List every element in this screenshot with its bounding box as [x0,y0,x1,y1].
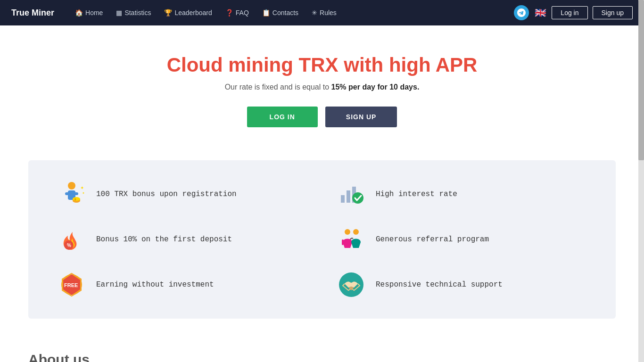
svg-text:FREE: FREE [64,282,78,288]
svg-point-18 [353,229,359,235]
nav-right: 🇬🇧 Log in Sign up [514,5,633,20]
hero-title-prefix: Cloud mining [167,54,299,76]
bonus-registration-icon: $ ✦ ✦ [57,179,87,209]
about-section: About us We are mining such a popular cr… [0,333,644,362]
nav-contacts[interactable]: 📋 Contacts [256,6,304,19]
nav-home[interactable]: 🏠 Home [69,6,108,19]
nav-statistics[interactable]: ▦ Statistics [110,6,157,19]
svg-rect-10 [341,195,345,203]
hero-signup-button[interactable]: SIGN UP [325,107,397,127]
hero-subtitle-prefix: Our rate is fixed and is equal to [225,83,331,91]
home-icon: 🏠 [75,9,83,16]
tech-support-text: Responsive technical support [376,280,503,289]
svg-text:✦: ✦ [80,185,84,190]
statistics-icon: ▦ [116,9,122,16]
features-grid: $ ✦ ✦ 100 TRX bonus upon registration [57,179,587,300]
scrollbar-track[interactable] [638,0,644,362]
referral-icon [336,224,366,255]
feature-high-interest: High interest rate [336,179,587,209]
login-button[interactable]: Log in [552,6,587,19]
earning-free-icon: FREE [57,270,87,300]
hero-title-highlight: TRX [299,54,339,76]
hero-subtitle-bold: 15% per day for 10 days. [331,83,420,91]
leaderboard-icon: 🏆 [164,9,172,16]
svg-rect-17 [342,239,344,245]
hero-title-suffix: with high APR [339,54,478,76]
nav-links: 🏠 Home ▦ Statistics 🏆 Leaderboard ❓ FAQ … [69,6,514,19]
brand-logo: True Miner [11,8,54,18]
feature-bonus-registration: $ ✦ ✦ 100 TRX bonus upon registration [57,179,308,209]
rules-icon: ✳ [312,9,317,16]
features-section: $ ✦ ✦ 100 TRX bonus upon registration [28,160,616,319]
bonus-deposit-text: Bonus 10% on the first deposit [96,235,232,244]
hero-buttons: LOG IN SIGN UP [9,107,635,127]
svg-point-0 [68,182,75,189]
telegram-button[interactable] [514,5,529,20]
svg-rect-2 [65,192,70,195]
svg-point-6 [73,197,80,201]
nav-faq[interactable]: ❓ FAQ [220,6,255,19]
svg-rect-3 [74,192,78,195]
bonus-registration-text: 100 TRX bonus upon registration [96,190,237,198]
feature-tech-support: Responsive technical support [336,270,587,300]
high-interest-text: High interest rate [376,190,457,198]
earning-free-text: Earning without investment [96,280,214,289]
hero-subtitle: Our rate is fixed and is equal to 15% pe… [9,83,635,91]
hero-login-button[interactable]: LOG IN [247,107,318,127]
referral-text: Generous referral program [376,235,489,244]
contacts-icon: 📋 [262,9,270,16]
telegram-icon [517,8,526,17]
faq-icon: ❓ [225,9,233,16]
bonus-deposit-icon: % [57,224,87,255]
feature-earning-free: FREE Earning without investment [57,270,308,300]
svg-rect-11 [347,190,350,203]
hero-title: Cloud mining TRX with high APR [9,54,635,76]
scrollbar-thumb[interactable] [638,0,644,160]
svg-text:✦: ✦ [82,191,85,195]
nav-leaderboard[interactable]: 🏆 Leaderboard [158,6,217,19]
signup-button[interactable]: Sign up [593,6,633,19]
high-interest-icon [336,179,366,209]
navbar: True Miner 🏠 Home ▦ Statistics 🏆 Leaderb… [0,0,644,25]
svg-text:%: % [67,243,71,248]
language-flag[interactable]: 🇬🇧 [534,8,547,17]
hero-section: Cloud mining TRX with high APR Our rate … [0,25,644,146]
nav-rules[interactable]: ✳ Rules [306,6,342,19]
feature-bonus-deposit: % Bonus 10% on the first deposit [57,224,308,255]
feature-referral: Generous referral program [336,224,587,255]
about-title: About us [28,352,616,362]
svg-point-13 [352,192,363,204]
svg-point-16 [345,229,350,235]
tech-support-icon [336,270,366,300]
